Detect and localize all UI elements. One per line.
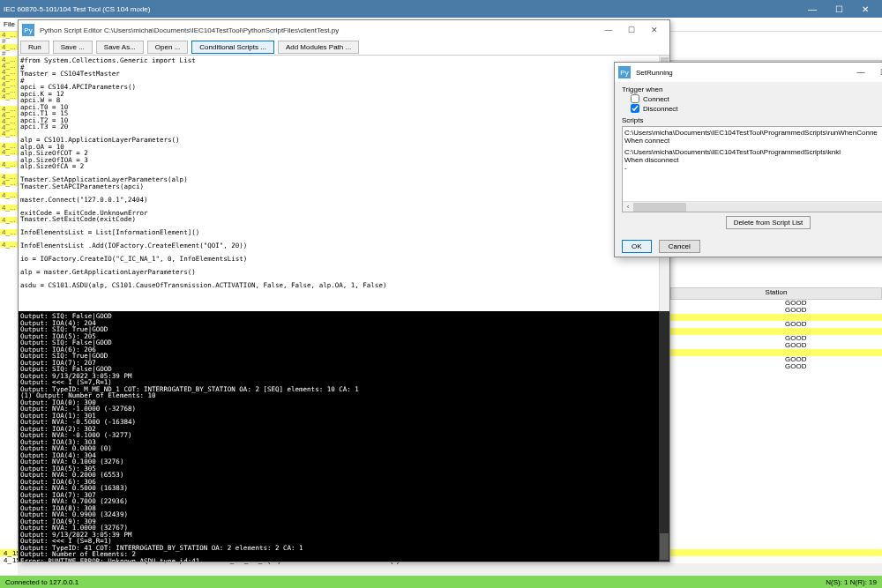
script-entry: - — [624, 164, 882, 172]
status-connection: Connected to 127.0.0.1 — [5, 578, 826, 586]
connect-checkbox[interactable] — [631, 94, 639, 103]
script-toolbar: Run Save ... Save As... Open ... Conditi… — [19, 40, 669, 56]
station-row[interactable]: GOOD — [670, 307, 882, 314]
conditional-scripts-button[interactable]: Conditional Scripts ... — [191, 41, 274, 54]
station-row[interactable] — [670, 349, 882, 356]
open-button[interactable]: Open ... — [147, 41, 188, 54]
script-entry[interactable]: C:\Users\micha\Documents\IEC104TestTool\… — [624, 148, 882, 156]
station-row[interactable]: GOOD — [670, 356, 882, 363]
script-editor-titlebar: Py Python Script Editor C:\Users\micha\D… — [19, 20, 669, 40]
minimize-button[interactable]: — — [799, 0, 826, 18]
disconnect-checkbox-row[interactable]: Disconnect — [631, 104, 882, 113]
maximize-button[interactable]: ☐ — [826, 0, 852, 18]
script-minimize-button[interactable]: — — [597, 21, 620, 39]
station-row[interactable]: GOOD — [670, 300, 882, 307]
scroll-left-icon[interactable]: ‹ — [623, 202, 633, 212]
status-counters: N(S): 1 N(R): 19 — [826, 578, 877, 586]
console-scrollbar[interactable] — [659, 311, 669, 562]
dialog-maximize-button[interactable]: ☐ — [872, 63, 882, 81]
dialog-title: SetRunning — [636, 69, 849, 77]
script-editor-window: Py Python Script Editor C:\Users\micha\D… — [18, 19, 670, 562]
dialog-buttons: OK Cancel — [615, 236, 882, 257]
script-maximize-button[interactable]: ☐ — [620, 21, 643, 39]
cancel-button[interactable]: Cancel — [659, 240, 700, 253]
app-icon: Py — [22, 24, 34, 36]
connect-label: Connect — [643, 95, 669, 103]
output-console[interactable]: Output: SIQ: False|GOOD Output: IOA(4): … — [19, 311, 669, 562]
menu-file[interactable]: File — [4, 20, 15, 28]
hscroll-thumb[interactable] — [633, 203, 686, 212]
save-button[interactable]: Save ... — [53, 41, 93, 54]
dialog-body: Trigger when Connect Disconnect Scripts … — [615, 82, 882, 236]
main-titlebar: IEC 60870-5-101/104 Test Tool (CS 104 mo… — [0, 0, 882, 18]
disconnect-label: Disconnect — [643, 105, 678, 113]
line-gutter: 4_...#4_...# 4_...4_...4_...4_... 4_...4… — [0, 32, 18, 576]
dialog-titlebar: Py SetRunning — ☐ ✕ — [615, 63, 882, 82]
dialog-minimize-button[interactable]: — — [849, 63, 872, 81]
setrunning-dialog: Py SetRunning — ☐ ✕ Trigger when Connect… — [614, 62, 882, 257]
script-entry-when: When connect — [624, 137, 882, 145]
saveas-button[interactable]: Save As... — [96, 41, 144, 54]
station-row[interactable] — [670, 314, 882, 321]
dialog-icon: Py — [618, 66, 631, 78]
delete-script-button[interactable]: Delete from Script List — [726, 216, 811, 229]
station-header: Station — [670, 287, 882, 300]
ok-button[interactable]: OK — [622, 240, 652, 253]
close-button[interactable]: ✕ — [852, 0, 878, 18]
station-row[interactable]: GOOD — [670, 342, 882, 349]
script-close-button[interactable]: ✕ — [643, 21, 666, 39]
station-row[interactable]: GOOD — [670, 335, 882, 342]
station-row[interactable]: GOOD — [670, 321, 882, 328]
script-editor-title: Python Script Editor C:\Users\micha\Docu… — [40, 26, 597, 34]
scripts-label: Scripts — [622, 116, 882, 124]
station-row[interactable]: GOOD — [670, 363, 882, 370]
connect-checkbox-row[interactable]: Connect — [631, 94, 882, 103]
scripts-listbox[interactable]: C:\Users\micha\Documents\IEC104TestTool\… — [622, 126, 882, 212]
scriptlist-hscroll[interactable]: ‹ › — [623, 201, 882, 212]
script-entry[interactable]: C:\Users\micha\Documents\IEC104TestTool\… — [624, 129, 882, 137]
script-entry-when: When disconnect — [624, 156, 882, 164]
code-editor[interactable]: #from System.Collections.Generic import … — [19, 56, 669, 311]
main-title: IEC 60870-5-101/104 Test Tool (CS 104 mo… — [4, 5, 799, 13]
station-row[interactable] — [670, 328, 882, 335]
statusbar: Connected to 127.0.0.1 N(S): 1 N(R): 19 — [0, 576, 882, 588]
disconnect-checkbox[interactable] — [631, 104, 639, 113]
trigger-label: Trigger when — [622, 86, 882, 93]
add-modules-path-button[interactable]: Add Modules Path ... — [278, 41, 359, 54]
run-button[interactable]: Run — [20, 41, 49, 54]
